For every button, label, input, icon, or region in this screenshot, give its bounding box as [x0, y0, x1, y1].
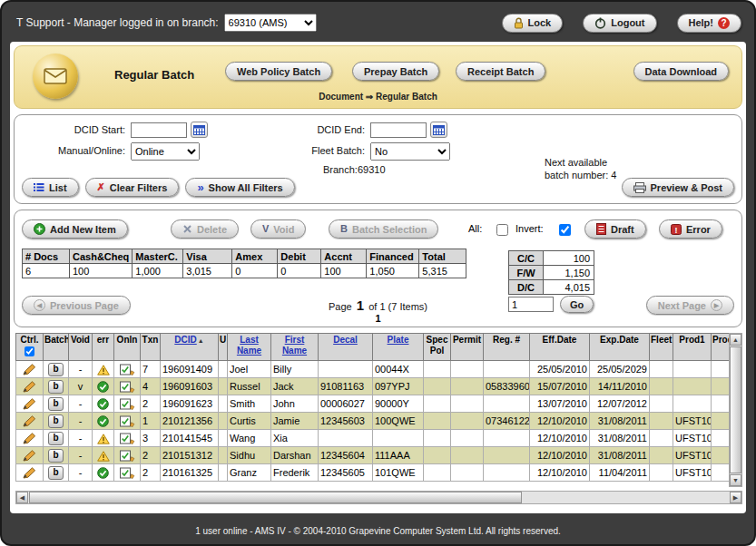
cell-decal: 12345604 — [319, 447, 373, 464]
col-header-reg: Reg. # — [484, 334, 530, 361]
summary-value-1: 100 — [70, 264, 133, 278]
totals-side-table: C/C100F/W1,150D/C4,015 — [508, 250, 594, 295]
edit-icon[interactable] — [23, 381, 36, 393]
batch-button[interactable]: b — [48, 449, 64, 463]
cell-first: Jamie — [271, 413, 319, 430]
clear-filters-button[interactable]: ✗ Clear Filters — [85, 178, 180, 197]
scroll-left-arrow[interactable]: ◀ — [16, 492, 28, 503]
invert-checkbox[interactable] — [559, 224, 571, 236]
delete-button[interactable]: Delete — [171, 219, 239, 239]
add-new-item-button[interactable]: Add New Item — [22, 219, 128, 239]
dcid-start-input[interactable] — [131, 122, 187, 138]
cell-txn: 2 — [141, 447, 161, 464]
scroll-up-arrow[interactable]: ▲ — [730, 334, 741, 346]
vertical-scrollbar[interactable]: ▲ ▼ — [729, 333, 742, 487]
branch-select[interactable]: 69310 (AMS) — [224, 14, 317, 32]
online-edit-icon[interactable] — [120, 398, 135, 410]
cell-dcid: 196091409 — [161, 361, 219, 378]
manual-online-select[interactable]: Online — [131, 142, 200, 161]
page-number-input[interactable] — [508, 297, 554, 312]
void-button[interactable]: V Void — [250, 219, 306, 239]
col-header-onln: Onln — [114, 334, 141, 361]
help-button[interactable]: Help! ? — [677, 14, 742, 33]
batch-button[interactable]: b — [48, 432, 64, 445]
list-icon — [34, 182, 44, 192]
summary-header-5: Debit — [278, 249, 321, 264]
edit-icon[interactable] — [23, 398, 36, 410]
logout-button[interactable]: Logout — [583, 14, 656, 33]
vertical-scroll-thumb[interactable] — [730, 346, 741, 473]
col-header-plate[interactable]: Plate — [373, 334, 424, 361]
dcid-end-input[interactable] — [370, 122, 427, 138]
prepay-batch-button[interactable]: Prepay Batch — [352, 62, 439, 81]
sort-link-dcid[interactable]: DCID — [174, 335, 196, 345]
col-header-last[interactable]: Last Name — [228, 334, 271, 361]
cell-first: Billy — [271, 361, 319, 378]
batch-button[interactable]: b — [48, 466, 64, 480]
batch-button[interactable]: b — [48, 380, 64, 394]
error-icon: ! — [671, 224, 682, 235]
draft-button[interactable]: Draft — [584, 219, 646, 239]
side-value: 4,015 — [544, 280, 594, 295]
online-edit-icon[interactable] — [120, 381, 135, 393]
cell-onln — [114, 395, 141, 413]
cell-eff: 12/10/2010 — [530, 464, 590, 482]
data-download-button[interactable]: Data Download — [633, 62, 729, 81]
delete-icon — [182, 224, 192, 234]
batch-button[interactable]: b — [48, 414, 64, 428]
horizontal-scroll-thumb[interactable] — [29, 492, 522, 503]
online-edit-icon[interactable] — [120, 364, 135, 375]
select-all-checkbox[interactable] — [25, 346, 34, 356]
all-checkbox[interactable] — [496, 224, 508, 236]
edit-icon[interactable] — [23, 364, 36, 375]
online-edit-icon[interactable] — [120, 433, 135, 444]
sort-link-plate[interactable]: Plate — [388, 335, 409, 345]
next-page-button[interactable]: Next Page ▶ — [646, 296, 734, 315]
scroll-down-arrow[interactable]: ▼ — [730, 474, 741, 486]
web-policy-batch-button[interactable]: Web Policy Batch — [225, 62, 332, 81]
summary-value-8: 5,315 — [419, 264, 466, 278]
go-button[interactable]: Go — [560, 296, 594, 313]
preview-post-button[interactable]: Preview & Post — [622, 178, 734, 197]
show-all-filters-button[interactable]: » Show All Filters — [185, 178, 294, 197]
cell-ctrl — [16, 464, 44, 482]
branch-label: Branch:69310 — [323, 164, 386, 175]
col-header-decal[interactable]: Decal — [319, 334, 373, 361]
col-header-err: err — [93, 334, 114, 361]
online-edit-icon[interactable] — [120, 415, 135, 427]
error-button[interactable]: ! Error — [659, 219, 722, 239]
batch-button[interactable]: b — [48, 363, 64, 376]
edit-icon[interactable] — [23, 433, 36, 444]
lock-button[interactable]: Lock — [502, 14, 564, 33]
scroll-right-arrow[interactable]: ▶ — [730, 492, 741, 503]
sort-link-decal[interactable]: Decal — [333, 335, 358, 345]
receipt-batch-button[interactable]: Receipt Batch — [456, 62, 545, 81]
edit-icon[interactable] — [23, 467, 36, 479]
col-header-first[interactable]: First Name — [271, 334, 319, 361]
cell-u — [219, 361, 228, 378]
list-button[interactable]: List — [22, 178, 79, 197]
online-edit-icon[interactable] — [120, 467, 135, 479]
sort-link-first[interactable]: First Name — [282, 335, 307, 356]
fleet-batch-select[interactable]: No — [370, 142, 450, 161]
cell-decal — [319, 361, 373, 378]
col-header-dcid[interactable]: DCID▲ — [161, 334, 219, 361]
cell-u — [219, 413, 228, 430]
cell-txn: 1 — [141, 413, 161, 430]
edit-icon[interactable] — [23, 415, 36, 427]
batch-button[interactable]: b — [48, 397, 64, 411]
payment-summary-table: # DocsCash&CheqMasterC.VisaAmexDebitAccn… — [22, 249, 466, 278]
table-row: bv4196091603RusselJack91081163097YPJ0583… — [16, 378, 730, 395]
side-row: F/W1,150 — [509, 266, 594, 280]
dcid-end-calendar-button[interactable] — [430, 122, 447, 138]
online-edit-icon[interactable] — [120, 450, 135, 462]
batch-selection-button[interactable]: B Batch Selection — [329, 219, 438, 239]
horizontal-scrollbar[interactable]: ◀ ▶ — [15, 491, 742, 504]
cell-void: - — [69, 447, 93, 464]
cell-u — [219, 430, 228, 447]
dcid-start-calendar-button[interactable] — [191, 122, 208, 138]
sort-link-last[interactable]: Last Name — [237, 335, 261, 356]
cell-batch: b — [44, 413, 69, 430]
edit-icon[interactable] — [23, 450, 36, 462]
previous-page-button[interactable]: ◀ Previous Page — [22, 296, 131, 315]
